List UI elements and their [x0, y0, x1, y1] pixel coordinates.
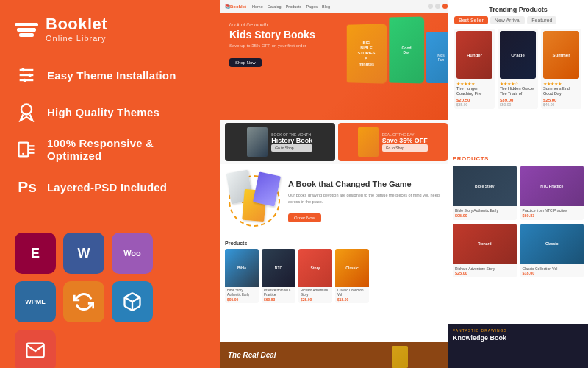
book-card-old-2: $40.00 — [543, 102, 579, 107]
book-card-old-1: $50.00 — [500, 102, 536, 107]
svg-point-4 — [28, 74, 32, 77]
sliders-icon — [15, 63, 38, 87]
rpp-item-2: Richard Richard Adventure Story $25.00 — [453, 224, 517, 278]
preview-logo: 📚Booklet — [225, 4, 246, 9]
game-changer: A Book that Changed The Game Our books d… — [288, 180, 448, 222]
brand-title: Booklet — [46, 16, 107, 32]
ks-tag: FANTASTIC DRAWINGS — [453, 328, 584, 333]
tech-box[interactable] — [112, 281, 153, 322]
brand-area: Booklet Online Library — [15, 16, 206, 43]
promo-tag-2: DEAL OF THE DAY — [382, 132, 428, 137]
promo-btn-2[interactable]: Go to Shop — [382, 144, 428, 152]
tech-elementor[interactable]: E — [15, 233, 56, 274]
tech-wpml[interactable]: WPML — [15, 281, 56, 322]
book-card-2: Summer ★★★★★ Summer's End Good Day $25.0… — [541, 29, 581, 109]
wpml-label: WPML — [25, 298, 46, 305]
rpp-price-3: $18.00 — [523, 271, 582, 275]
book-card-title-1: The Hidden Oracle The Trials of — [500, 86, 536, 96]
layers-icon: Ps — [15, 175, 38, 199]
promo-text-save: DEAL OF THE DAY Save 35% OFF Go to Shop — [382, 132, 428, 152]
promo-card-history: BOOK OF THE MONTH History Book Go to Sho… — [225, 123, 335, 161]
bp-thumb-2: Story — [298, 249, 332, 287]
trending-tab-0[interactable]: Best Seller — [454, 16, 488, 24]
hero-cta[interactable]: Shop Now — [229, 58, 262, 67]
bp-name-3: Classic Collection Vol — [337, 289, 367, 297]
book-card-title-2: Summer's End Good Day — [543, 86, 579, 96]
bp-card-0: Bible Bible Story Authentic Early $05.00 — [225, 249, 259, 303]
promo-card-save: DEAL OF THE DAY Save 35% OFF Go to Shop — [338, 123, 448, 161]
hero-section: book of the month Kids Story Books Save … — [220, 13, 452, 120]
svg-point-11 — [22, 153, 24, 155]
trending-title: Trending Products — [454, 6, 582, 13]
bp-name-0: Bible Story Authentic Early — [227, 289, 257, 297]
promo-btn-1[interactable]: Go to Shop — [271, 144, 312, 152]
brand-icon — [15, 23, 38, 37]
hero-book-2: GoodDay — [389, 17, 424, 84]
browser-chrome: 📚Booklet Home Catalog Products Pages Blo… — [220, 0, 452, 13]
happy-books — [225, 168, 284, 234]
gc-title: A Book that Changed The Game — [288, 180, 448, 189]
rpp-items: Bible Story Bible Story Authentic Early … — [453, 166, 584, 277]
happy-book-area: be happy! — [225, 168, 284, 234]
trending-tab-1[interactable]: New Arrival — [490, 16, 525, 24]
rpp-price-0: $05.00 — [455, 213, 514, 218]
bp-price-2: $25.00 — [301, 297, 330, 302]
real-deal-strip: The Real Deal — [220, 342, 452, 368]
knowledge-section: FANTASTIC DRAWINGS Knowledge Book — [448, 324, 588, 368]
woo-label: Woo — [123, 249, 141, 258]
bp-card-3: Classic Classic Collection Vol $18.00 — [335, 249, 369, 303]
brand-subtitle: Online Library — [46, 34, 107, 43]
device-icon — [15, 138, 38, 161]
hero-books-stack: BIGBIBLESTORIES5minutes GoodDay KidsFun — [346, 17, 452, 83]
award-icon — [15, 100, 38, 124]
promo-book-save — [358, 127, 379, 157]
book-card-0: Hunger ★★★★★ The Hunger Coaching Fire $2… — [454, 29, 495, 109]
main-preview: 📚Booklet Home Catalog Products Pages Blo… — [220, 0, 452, 368]
gc-desc: Our books drawing devotion are designed … — [288, 192, 448, 205]
tech-update[interactable] — [63, 281, 104, 322]
svg-point-5 — [23, 79, 26, 82]
feature-easy-install: Easy Theme Installation — [15, 63, 206, 87]
book-thumb-1: Oracle — [500, 31, 536, 79]
promo-tag-1: BOOK OF THE MONTH — [271, 132, 312, 137]
svg-text:Ps: Ps — [18, 178, 37, 195]
book-game-section: be happy! A Book that Changed The Game O… — [220, 164, 452, 238]
gc-cta[interactable]: Order Now — [288, 213, 321, 222]
trending-section: Trending Products Best Seller New Arriva… — [448, 0, 588, 151]
rpp-item-0: Bible Story Bible Story Authentic Early … — [453, 166, 517, 220]
book-card-old-0: $35.00 — [456, 102, 492, 107]
features-list: Easy Theme Installation High Quality The… — [15, 63, 206, 212]
feature-responsive: 100% Responsive & Optimized — [15, 137, 206, 162]
tech-woo[interactable]: Woo — [112, 233, 153, 274]
feature-label-layered-psd: Layered-PSD Included — [47, 181, 167, 194]
book-cards: Hunger ★★★★★ The Hunger Coaching Fire $2… — [454, 29, 582, 109]
floating-book-3 — [253, 171, 281, 206]
bp-title: Products — [225, 241, 448, 246]
bp-price-1: $60.83 — [264, 297, 293, 302]
feature-label-high-quality: High Quality Themes — [47, 106, 159, 118]
book-thumb-2: Summer — [543, 31, 579, 79]
rpp-thumb-1: NTC Practice — [520, 166, 584, 206]
trending-tabs: Best Seller New Arrival Featured — [454, 16, 582, 24]
tech-icons-grid: E W Woo WPML — [15, 233, 206, 368]
feature-layered-psd: Ps Layered-PSD Included — [15, 175, 206, 199]
tech-mail[interactable] — [15, 330, 56, 368]
rd-book — [392, 346, 408, 368]
svg-point-6 — [21, 105, 32, 115]
promo-section: BOOK OF THE MONTH History Book Go to Sho… — [220, 120, 452, 164]
rpp-thumb-0: Bible Story — [453, 166, 517, 206]
bp-thumb-0: Bible — [225, 249, 259, 287]
rpp-item-1: NTC Practice Practice from NTC Practice … — [520, 166, 584, 220]
bp-price-0: $05.00 — [227, 297, 257, 302]
tech-wordpress[interactable]: W — [63, 233, 104, 274]
brand-text: Booklet Online Library — [46, 16, 107, 43]
feature-label-easy-install: Easy Theme Installation — [47, 69, 176, 82]
bp-name-1: Practice from NTC Practice — [264, 289, 293, 297]
rpp-thumb-2: Richard — [453, 224, 517, 264]
book-card-1: Oracle ★★★★☆ The Hidden Oracle The Trial… — [498, 29, 538, 109]
bp-thumb-1: NTC — [262, 249, 295, 287]
ks-title: Knowledge Book — [453, 334, 584, 342]
trending-tab-2[interactable]: Featured — [527, 16, 556, 24]
rpp-title: Products — [453, 155, 584, 162]
book-card-title-0: The Hunger Coaching Fire — [456, 86, 492, 96]
